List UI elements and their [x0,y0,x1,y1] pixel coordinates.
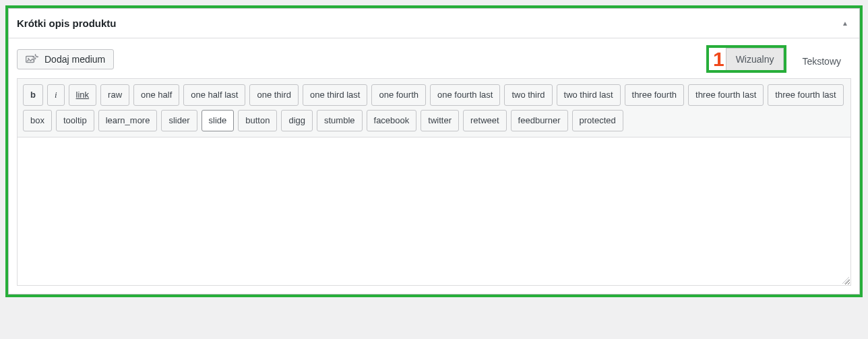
editor-tabs: 1 Wizualny Tekstowy [706,45,851,73]
panel-header: Krótki opis produktu ▲ [9,9,859,38]
panel-title: Krótki opis produktu [17,18,117,29]
qt-facebook-button[interactable]: facebook [367,110,417,131]
qt-tooltip-button[interactable]: tooltip [56,110,94,131]
qt-threefourth-button[interactable]: three fourth [625,84,685,106]
qt-link-button[interactable]: link [69,84,97,106]
qt-onehalf-button[interactable]: one half [133,84,179,106]
qt-stumble-button[interactable]: stumble [317,110,363,131]
add-media-button[interactable]: Dodaj medium [17,49,114,69]
qt-learnmore-button[interactable]: learn_more [98,110,158,131]
add-media-label: Dodaj medium [44,54,105,65]
qt-protected-button[interactable]: protected [572,110,623,131]
tab-visual[interactable]: Wizualny [726,48,784,70]
short-description-panel: Krótki opis produktu ▲ [8,8,860,295]
qt-retweet-button[interactable]: retweet [463,110,507,131]
qt-threefourthlast2-button[interactable]: three fourth last [768,84,843,106]
qt-onefourth-button[interactable]: one fourth [371,84,426,106]
annotation-box-1: 1 Wizualny [706,45,786,73]
chevron-up-icon: ▲ [842,20,848,27]
qt-slider-button[interactable]: slider [161,110,197,131]
annotation-frame: Krótki opis produktu ▲ [5,5,863,297]
tab-visual-label: Wizualny [736,54,774,65]
tab-text[interactable]: Tekstowy [792,50,851,73]
qt-digg-button[interactable]: digg [281,110,313,131]
media-icon [26,54,39,65]
qt-feedburner-button[interactable]: feedburner [511,110,568,131]
qt-box-button[interactable]: box [23,110,52,131]
qt-onethird-button[interactable]: one third [249,84,299,106]
qt-onethirdlast-button[interactable]: one third last [303,84,367,106]
qt-i-button[interactable]: i [47,84,65,106]
tab-text-label: Tekstowy [802,56,841,67]
qt-onefourthlast-button[interactable]: one fourth last [430,84,500,106]
quicktags-toolbar: bilinkrawone halfone half lastone thirdo… [17,78,851,137]
annotation-marker-1: 1 [709,49,726,69]
qt-onehalflast-button[interactable]: one half last [183,84,245,106]
panel-body: Dodaj medium 1 Wizualny Tekstowy [9,38,859,294]
qt-raw-button[interactable]: raw [100,84,129,106]
panel-toggle-button[interactable]: ▲ [839,17,851,30]
qt-b-button[interactable]: b [23,84,43,106]
qt-twothird-button[interactable]: two third [504,84,552,106]
editor-top-row: Dodaj medium 1 Wizualny Tekstowy [17,45,851,73]
qt-slide-button[interactable]: slide [202,110,235,131]
qt-twitter-button[interactable]: twitter [421,110,459,131]
qt-twothirdlast-button[interactable]: two third last [557,84,621,106]
qt-button-button[interactable]: button [238,110,277,131]
editor-textarea[interactable] [17,137,851,286]
qt-threefourthlast-button[interactable]: three fourth last [688,84,764,106]
